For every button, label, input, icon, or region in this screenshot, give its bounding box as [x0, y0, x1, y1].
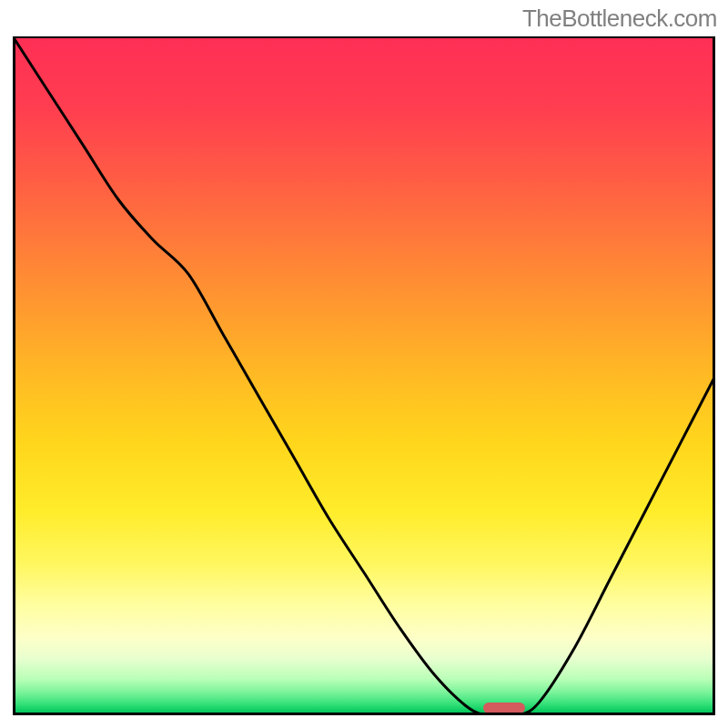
- watermark-text: TheBottleneck.com: [522, 5, 717, 33]
- plot-area: [13, 36, 715, 715]
- chart-frame: TheBottleneck.com: [0, 0, 728, 728]
- plot-border: [13, 36, 715, 715]
